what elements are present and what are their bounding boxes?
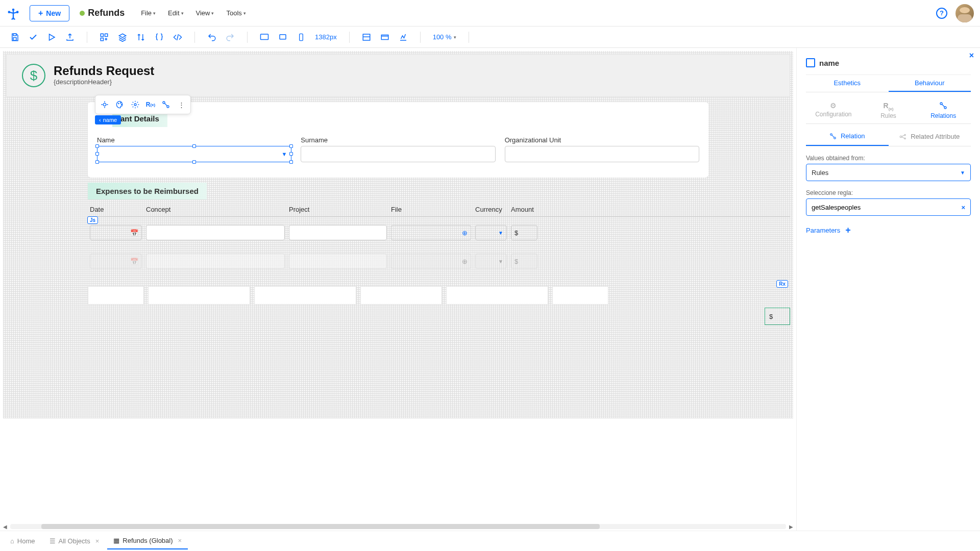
redo-icon[interactable]	[226, 33, 235, 42]
check-icon[interactable]	[29, 33, 38, 42]
desktop-icon[interactable]	[260, 33, 269, 42]
svg-rect-4	[13, 37, 16, 40]
user-avatar[interactable]	[955, 4, 974, 22]
toolbar-separator	[87, 32, 87, 43]
svg-rect-5	[101, 34, 103, 36]
chevron-down-icon: ▾	[243, 11, 246, 16]
new-button[interactable]: + New	[30, 5, 69, 21]
status-dot-icon	[80, 11, 85, 16]
chevron-down-icon: ▾	[211, 11, 214, 16]
help-icon[interactable]: ?	[936, 8, 947, 19]
svg-rect-10	[280, 34, 286, 39]
top-right-controls: ?	[936, 4, 974, 22]
svg-rect-13	[381, 35, 388, 39]
new-button-label: New	[46, 9, 61, 17]
svg-point-8	[105, 38, 107, 40]
export-icon[interactable]	[65, 33, 75, 42]
toolbar-separator	[469, 32, 469, 43]
chevron-down-icon: ▾	[454, 35, 456, 40]
tablet-icon[interactable]	[278, 33, 287, 42]
run-icon[interactable]	[47, 33, 56, 42]
split-h-icon[interactable]	[362, 33, 371, 42]
menu-edit[interactable]: Edit▾	[168, 9, 183, 17]
plus-icon: +	[38, 9, 43, 18]
align-icon[interactable]	[399, 33, 408, 42]
svg-rect-7	[101, 38, 103, 40]
undo-icon[interactable]	[207, 33, 216, 42]
chevron-down-icon: ▾	[153, 11, 156, 16]
menu-tools[interactable]: Tools▾	[226, 9, 246, 17]
save-icon[interactable]	[10, 33, 19, 42]
zoom-selector[interactable]: 100 %▾	[433, 33, 456, 41]
svg-rect-6	[105, 34, 108, 36]
svg-rect-3	[13, 34, 16, 36]
pixel-width-label[interactable]: 1382px	[315, 33, 337, 41]
chevron-down-icon: ▾	[181, 11, 184, 16]
svg-rect-11	[300, 34, 303, 40]
code-icon[interactable]	[173, 33, 182, 42]
svg-rect-9	[261, 34, 268, 40]
braces-icon[interactable]	[155, 33, 164, 42]
action-toolbar: 1382px 100 %▾	[0, 27, 980, 48]
svg-point-0	[12, 8, 15, 11]
menu-file[interactable]: File▾	[141, 9, 156, 17]
swap-icon[interactable]	[136, 33, 145, 42]
toolbar-separator	[194, 32, 195, 43]
breadcrumb-title: Refunds	[88, 8, 125, 18]
mobile-icon[interactable]	[297, 33, 306, 42]
menu-view[interactable]: View▾	[196, 9, 214, 17]
logo	[6, 6, 20, 20]
panel-icon[interactable]	[380, 33, 389, 42]
toolbar-separator	[349, 32, 350, 43]
main-menu: File▾ Edit▾ View▾ Tools▾	[141, 9, 246, 17]
grid-icon[interactable]	[100, 33, 109, 42]
top-bar: + New Refunds File▾ Edit▾ View▾ Tools▾ ?	[0, 0, 980, 27]
layers-icon[interactable]	[118, 33, 127, 42]
toolbar-separator	[247, 32, 248, 43]
toolbar-separator	[420, 32, 421, 43]
